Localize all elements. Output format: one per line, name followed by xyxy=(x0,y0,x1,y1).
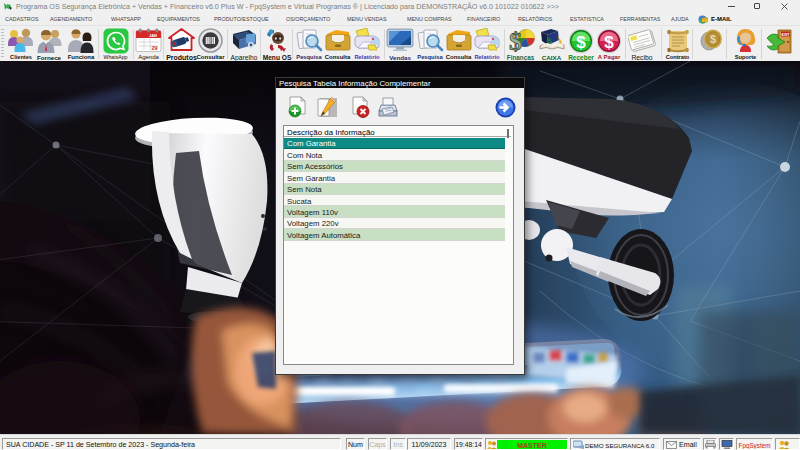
svg-text:$: $ xyxy=(709,33,715,45)
svg-text:$: $ xyxy=(604,33,614,52)
svg-text:EXIT: EXIT xyxy=(782,33,791,37)
svg-text:$: $ xyxy=(576,33,586,52)
svg-text:$: $ xyxy=(509,28,522,53)
svg-text:JAN: JAN xyxy=(149,33,157,38)
svg-text:29: 29 xyxy=(151,45,157,51)
